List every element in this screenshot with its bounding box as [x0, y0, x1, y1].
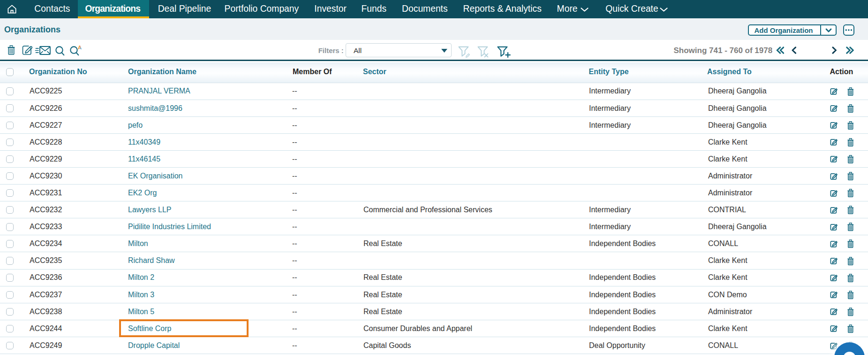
svg-text:A: A	[78, 45, 82, 50]
